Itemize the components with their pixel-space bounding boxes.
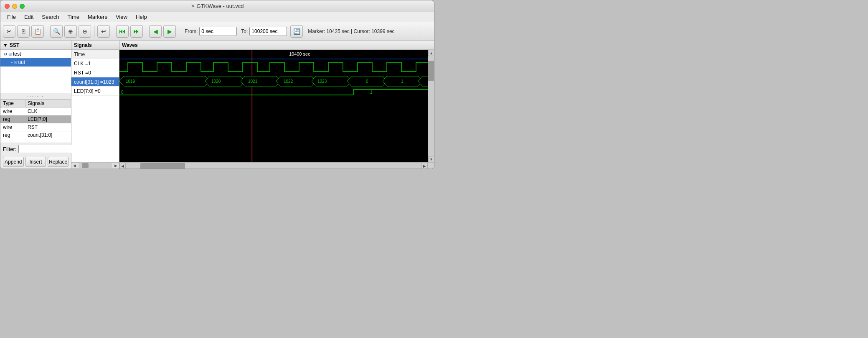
- sst-title: SST: [10, 42, 19, 48]
- signals-type-table: Type Signals wire CLK reg LED[7:0]: [0, 100, 71, 143]
- sig-type-rst: wire: [0, 123, 25, 131]
- svg-text:0: 0: [366, 79, 368, 84]
- signal-row-count[interactable]: count[31:0] =1023: [71, 77, 119, 87]
- main-area: ▼ SST ⊟ ⊞ test └ ⊞ uut ·······: [0, 41, 434, 169]
- sep5: [179, 26, 179, 37]
- titlebar: ✕ GTKWave - uut.vcd: [0, 0, 434, 12]
- close-button[interactable]: [5, 4, 10, 9]
- sst-signals-table: Type Signals wire CLK reg LED[7:0]: [0, 100, 71, 139]
- signals-title: Signals: [74, 42, 92, 48]
- action-row: Append Insert Replace: [0, 155, 71, 169]
- svg-marker-8: [276, 76, 316, 86]
- from-input[interactable]: [199, 27, 237, 36]
- waves-bottom: ◀ ▶: [119, 162, 434, 169]
- vscroll-track[interactable]: [428, 56, 434, 156]
- sep3: [113, 26, 113, 37]
- sig-row-led[interactable]: reg LED[7:0]: [0, 115, 71, 123]
- waves-hscroll-right[interactable]: ▶: [421, 163, 428, 169]
- corner-spacer: [428, 163, 434, 169]
- to-input[interactable]: [249, 27, 287, 36]
- signal-count-label: count[31:0] =1023: [74, 79, 114, 85]
- hscroll-left[interactable]: ◀: [71, 163, 78, 169]
- hscroll-track[interactable]: [79, 163, 112, 168]
- sep2: [94, 26, 94, 37]
- signals-hscroll[interactable]: ◀ ▶: [71, 162, 119, 169]
- hscroll-right[interactable]: ▶: [113, 163, 119, 169]
- app-icon: ✕: [191, 3, 195, 9]
- sig-name-clk: CLK: [25, 108, 71, 115]
- menu-markers[interactable]: Markers: [84, 13, 111, 21]
- append-button[interactable]: Append: [3, 157, 24, 167]
- paste-button[interactable]: 📋: [31, 25, 44, 38]
- maximize-button[interactable]: [20, 4, 25, 9]
- replace-button[interactable]: Replace: [48, 157, 69, 167]
- waves-header: Waves: [119, 41, 434, 50]
- menu-help[interactable]: Help: [132, 13, 150, 21]
- svg-marker-6: [241, 76, 280, 86]
- tree-item-uut[interactable]: └ ⊞ uut: [0, 58, 71, 67]
- main-window: ✕ GTKWave - uut.vcd File Edit Search Tim…: [0, 0, 434, 169]
- zoom-out-button[interactable]: ⊖: [79, 25, 91, 38]
- vscroll-down[interactable]: ▼: [428, 156, 434, 162]
- svg-text:1: 1: [401, 79, 404, 84]
- col-signals: Signals: [25, 100, 71, 108]
- signal-row-clk[interactable]: CLK =1: [71, 59, 119, 68]
- traffic-lights: [5, 4, 25, 9]
- waves-hscroll-thumb[interactable]: [140, 163, 185, 169]
- menu-time[interactable]: Time: [64, 13, 83, 21]
- time-label: 10400 sec: [289, 51, 310, 56]
- to-label: To:: [241, 28, 248, 34]
- sig-row-count[interactable]: reg count[31:0]: [0, 131, 71, 139]
- sep1: [47, 26, 47, 37]
- waves-title: Waves: [122, 42, 138, 48]
- back-button[interactable]: ◀: [149, 25, 162, 38]
- refresh-button[interactable]: 🔄: [290, 25, 303, 38]
- filter-row: Filter:: [0, 143, 71, 155]
- waves-hscroll-left[interactable]: ◀: [119, 163, 126, 169]
- minimize-button[interactable]: [12, 4, 17, 9]
- sig-row-rst[interactable]: wire RST: [0, 123, 71, 131]
- forward-button[interactable]: ▶: [163, 25, 176, 38]
- wave-svg: 10400 sec: [119, 50, 428, 162]
- sep4: [146, 26, 146, 37]
- signal-list: Time CLK =1 RST =0 count[31:0] =1023 LED…: [71, 50, 119, 162]
- tree-item-test[interactable]: ⊟ ⊞ test: [0, 50, 71, 58]
- svg-text:1019: 1019: [126, 79, 135, 84]
- waves-area: Waves 10400 sec: [119, 41, 434, 169]
- insert-button[interactable]: Insert: [25, 157, 46, 167]
- vscroll-up[interactable]: ▲: [428, 50, 434, 56]
- sig-row-clk[interactable]: wire CLK: [0, 108, 71, 115]
- undo-button[interactable]: ↩: [97, 25, 110, 38]
- signal-row-time: Time: [71, 50, 119, 59]
- vscroll-thumb[interactable]: [428, 61, 434, 81]
- menu-file[interactable]: File: [4, 13, 19, 21]
- svg-text:1023: 1023: [317, 79, 327, 84]
- zoom-in-button[interactable]: ⊕: [64, 25, 77, 38]
- svg-text:0: 0: [121, 90, 124, 95]
- menu-search[interactable]: Search: [38, 13, 62, 21]
- signal-led-label: LED[7:0] =0: [74, 88, 101, 94]
- next-marker-button[interactable]: ⏭: [130, 25, 143, 38]
- signal-rst-label: RST =0: [74, 70, 91, 76]
- waves-hscroll-track[interactable]: [126, 163, 421, 169]
- hscroll-thumb[interactable]: [82, 163, 89, 168]
- menu-view[interactable]: View: [112, 13, 131, 21]
- marker-cursor-text: Marker: 10425 sec | Cursor: 10399 sec: [308, 28, 394, 34]
- menu-edit[interactable]: Edit: [21, 13, 37, 21]
- svg-text:1022: 1022: [284, 79, 293, 84]
- from-label: From:: [185, 28, 198, 34]
- waves-vscroll[interactable]: ▲ ▼: [428, 50, 434, 162]
- svg-text:1021: 1021: [248, 79, 258, 84]
- signal-time-label: Time: [74, 51, 85, 57]
- signal-row-rst[interactable]: RST =0: [71, 68, 119, 77]
- prev-marker-button[interactable]: ⏮: [116, 25, 129, 38]
- menubar: File Edit Search Time Markers View Help: [0, 12, 434, 22]
- cut-button[interactable]: ✂: [3, 25, 15, 38]
- zoom-fit-button[interactable]: 🔍: [50, 25, 63, 38]
- copy-button[interactable]: ⎘: [17, 25, 30, 38]
- waves-canvas-area[interactable]: 10400 sec: [119, 50, 428, 162]
- tree-item-test-label: test: [13, 51, 21, 57]
- sig-type-clk: wire: [0, 108, 25, 115]
- svg-text:1: 1: [370, 90, 373, 95]
- signal-row-led[interactable]: LED[7:0] =0: [71, 87, 119, 96]
